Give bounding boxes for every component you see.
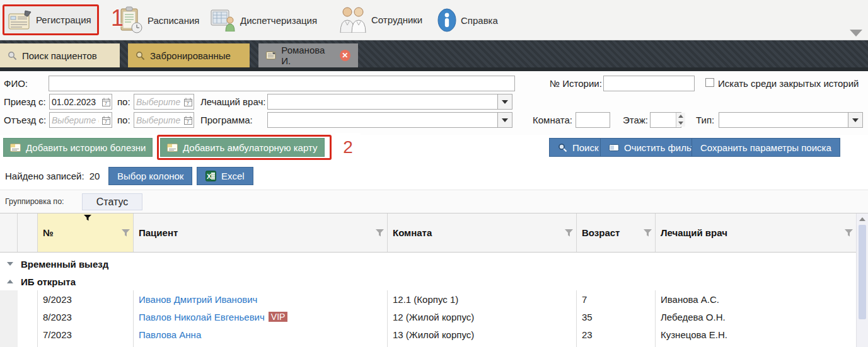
add-history-button[interactable]: Добавить историю болезни xyxy=(3,138,153,157)
program-combo-dropdown-button[interactable] xyxy=(497,112,512,128)
type-label: Тип: xyxy=(696,115,714,125)
eraser-icon xyxy=(609,144,619,151)
closed-histories-checkbox[interactable] xyxy=(705,78,714,87)
table-row[interactable]: 9/2023 Иванов Дмитрий Иванович 12.1 (Кор… xyxy=(0,290,856,309)
tab-label: Поиск пациентов xyxy=(22,50,97,61)
sort-indicator-icon[interactable] xyxy=(83,215,92,221)
doctor-combo-input[interactable] xyxy=(267,94,498,110)
header-cell-expand xyxy=(18,213,38,252)
excel-export-button[interactable]: X Excel xyxy=(197,167,253,185)
toolbar-item-dispatch[interactable]: Диспетчеризация xyxy=(211,9,317,31)
grouping-chip-status[interactable]: Статус xyxy=(82,193,142,210)
save-search-params-label: Сохранить параметры поиска xyxy=(700,142,831,153)
toolbar-item-staff[interactable]: Сотрудники xyxy=(339,6,422,33)
header-cell-room[interactable]: Комната xyxy=(388,213,577,252)
floor-input[interactable] xyxy=(651,113,676,127)
column-label-doctor: Лечащий врач xyxy=(661,227,727,238)
filter-funnel-icon[interactable] xyxy=(376,229,384,237)
group-label: Временный выезд xyxy=(21,259,108,270)
row-patient-cell xyxy=(134,343,388,347)
row-doctor-cell: Лебедева О.Н. xyxy=(656,308,856,326)
tab-romanova[interactable]: Романова И. ✕ xyxy=(258,43,358,67)
calendar-icon[interactable]: 7 xyxy=(183,113,194,127)
filter-funnel-icon[interactable] xyxy=(122,229,130,237)
arrival-to-date-input[interactable] xyxy=(134,94,183,109)
row-number-cell xyxy=(38,343,134,347)
filter-funnel-icon[interactable] xyxy=(845,229,853,237)
tab-patient-search[interactable]: Поиск пациентов xyxy=(0,43,120,67)
toolbar-item-schedules[interactable]: Расписания xyxy=(117,6,199,34)
table-row[interactable]: 8/2023 Павлов Николай Евгеньевич VIP 12 … xyxy=(0,308,856,326)
annotation-step-1: 1 xyxy=(111,5,124,31)
arrival-from-date-input[interactable] xyxy=(50,94,101,109)
save-search-params-button[interactable]: Сохранить параметры поиска xyxy=(692,138,840,157)
toolbar-item-help[interactable]: Справка xyxy=(437,8,498,32)
tab-reserved[interactable]: Забронированные xyxy=(128,43,250,67)
add-outpatient-button[interactable]: Добавить амбулаторную карту xyxy=(160,138,325,157)
calendar-icon[interactable]: 7 xyxy=(101,95,112,108)
calendar-icon[interactable]: 7 xyxy=(183,95,194,108)
row-room-cell: 12.1 (Корпус 1) xyxy=(388,290,577,308)
floor-spinner[interactable] xyxy=(650,112,681,128)
toolbar-item-registration[interactable]: Регистрация xyxy=(4,6,97,33)
search-button-label: Поиск xyxy=(572,142,599,153)
program-combo-input[interactable] xyxy=(267,112,498,128)
scrollbar-thumb[interactable] xyxy=(859,225,866,319)
spinner-up-icon[interactable] xyxy=(676,113,685,120)
info-icon xyxy=(437,8,456,32)
table-row[interactable]: 7/2023 Павлова Анна 13 (Жилой корпус) 23… xyxy=(0,326,856,344)
group-row-temporary-leave[interactable]: Временный выезд xyxy=(0,255,856,273)
row-age-cell: 7 xyxy=(577,290,656,308)
type-combo-dropdown-button[interactable] xyxy=(848,112,863,128)
registration-card-icon xyxy=(8,10,32,30)
filter-funnel-icon[interactable] xyxy=(644,229,652,237)
header-cell-patient[interactable]: Пациент xyxy=(134,213,388,252)
departure-from-date-field[interactable]: 7 xyxy=(49,112,112,128)
patient-link[interactable]: Павлова Анна xyxy=(139,329,201,340)
main-toolbar: Регистрация Расписания 1 xyxy=(0,0,868,40)
doctor-combo-dropdown-button[interactable] xyxy=(497,94,512,110)
row-indicator-cell xyxy=(18,326,38,343)
room-input[interactable] xyxy=(576,112,610,128)
choose-columns-button[interactable]: Выбор колонок xyxy=(108,167,192,185)
departure-to-date-input[interactable] xyxy=(134,113,183,127)
tab-close-icon[interactable]: ✕ xyxy=(340,50,350,61)
search-button[interactable]: Поиск xyxy=(549,138,608,157)
excel-icon: X xyxy=(205,171,216,181)
table-row-partial xyxy=(0,343,856,347)
type-combo-input[interactable] xyxy=(719,112,848,128)
fio-input[interactable] xyxy=(49,76,515,91)
header-cell-number[interactable]: № xyxy=(38,213,134,252)
closed-histories-label: Искать среди закрытых историй xyxy=(718,78,859,89)
scrollbar-up-icon[interactable] xyxy=(857,213,868,224)
found-records-label: Найдено записей: 20 xyxy=(5,171,100,181)
patient-link[interactable]: Иванов Дмитрий Иванович xyxy=(139,294,257,305)
calendar-icon[interactable]: 7 xyxy=(101,113,112,127)
history-number-input[interactable] xyxy=(603,76,695,91)
vertical-scrollbar[interactable] xyxy=(856,213,868,347)
group-row-ib-open[interactable]: ИБ открыта xyxy=(0,273,856,291)
patient-link[interactable]: Павлов Николай Евгеньевич xyxy=(139,312,265,322)
row-number-cell: 9/2023 xyxy=(38,290,134,308)
header-cell-age[interactable]: Возраст xyxy=(577,213,656,252)
ribbon-collapse-button[interactable] xyxy=(850,30,862,37)
group-expand-icon[interactable] xyxy=(7,280,13,283)
group-collapse-icon[interactable] xyxy=(7,262,13,266)
row-patient-cell: Павлова Анна xyxy=(134,326,388,343)
spinner-down-icon[interactable] xyxy=(676,120,685,127)
row-age-cell: 23 xyxy=(577,326,656,343)
arrival-to-date-field[interactable]: 7 xyxy=(134,94,194,110)
row-indicator-cell xyxy=(18,290,38,308)
chevron-down-icon xyxy=(852,118,859,122)
found-records-count: 20 xyxy=(90,171,100,181)
found-records-text: Найдено записей: xyxy=(5,171,84,181)
arrival-from-date-field[interactable]: 7 xyxy=(49,94,112,110)
departure-to-label: по: xyxy=(117,115,130,125)
filter-funnel-icon[interactable] xyxy=(565,229,573,237)
header-cell-doctor[interactable]: Лечащий врач xyxy=(656,213,856,252)
clear-filter-label: Очистить фильтр xyxy=(624,142,700,153)
departure-to-date-field[interactable]: 7 xyxy=(134,112,194,128)
card-icon xyxy=(10,144,21,152)
header-cell-indicator xyxy=(0,213,18,252)
departure-from-date-input[interactable] xyxy=(50,113,101,127)
